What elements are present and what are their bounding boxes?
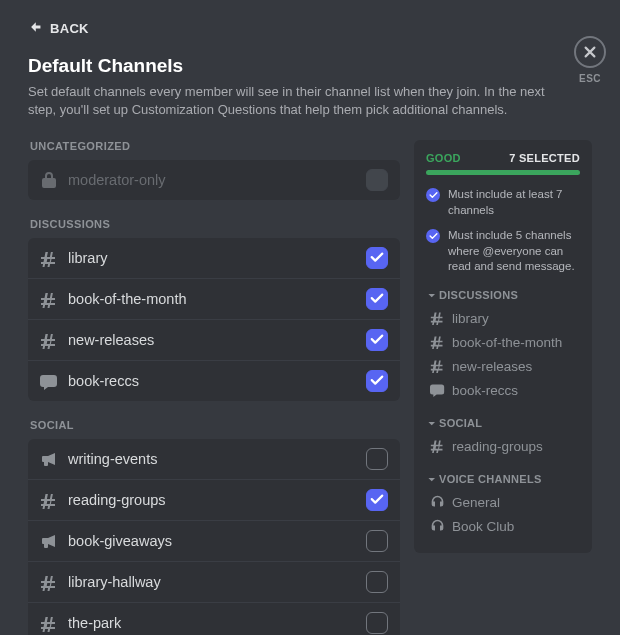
category-label: UNCATEGORIZED — [30, 140, 400, 152]
chevron-down-icon — [426, 473, 435, 485]
hash-icon — [40, 491, 58, 509]
summary-category-label[interactable]: VOICE CHANNELS — [426, 473, 580, 485]
channel-row[interactable]: book-reccs — [28, 361, 400, 401]
check-icon — [426, 188, 440, 202]
summary-selected-count: 7 SELECTED — [509, 152, 580, 164]
channel-list: moderator-only — [28, 160, 400, 200]
chat-icon — [40, 372, 58, 390]
summary-channel-name: General — [452, 495, 500, 510]
category-label: DISCUSSIONS — [30, 218, 400, 230]
back-label: BACK — [50, 21, 89, 36]
voice-icon — [430, 494, 445, 512]
channel-name: library — [68, 250, 356, 266]
channel-checkbox — [366, 169, 388, 191]
channel-name: book-giveaways — [68, 533, 356, 549]
lock-icon — [40, 171, 58, 189]
channel-name: the-park — [68, 615, 356, 631]
summary-channel-name: new-releases — [452, 359, 532, 374]
channel-checkbox[interactable] — [366, 612, 388, 634]
channel-row: moderator-only — [28, 160, 400, 200]
channel-checkbox[interactable] — [366, 530, 388, 552]
summary-channel: new-releases — [426, 355, 580, 379]
summary-channel: General — [426, 491, 580, 515]
requirement-text: Must include 5 channels where @everyone … — [448, 228, 580, 275]
channel-row[interactable]: reading-groups — [28, 480, 400, 521]
channel-checkbox[interactable] — [366, 288, 388, 310]
hash-icon — [40, 290, 58, 308]
summary-channel: library — [426, 307, 580, 331]
channel-row[interactable]: book-of-the-month — [28, 279, 400, 320]
hash-icon — [40, 249, 58, 267]
summary-channel: book-reccs — [426, 379, 580, 403]
megaphone-icon — [40, 532, 58, 550]
summary-channel-name: Book Club — [452, 519, 514, 534]
page-description: Set default channels every member will s… — [28, 83, 548, 118]
close-icon — [574, 36, 606, 68]
channel-name: writing-events — [68, 451, 356, 467]
hash-icon — [430, 334, 445, 352]
check-icon — [426, 229, 440, 243]
channel-list: librarybook-of-the-monthnew-releasesbook… — [28, 238, 400, 401]
channel-row[interactable]: writing-events — [28, 439, 400, 480]
channel-checkbox[interactable] — [366, 370, 388, 392]
hash-icon — [430, 438, 445, 456]
channel-checkbox[interactable] — [366, 247, 388, 269]
summary-channel: Book Club — [426, 515, 580, 539]
summary-status: GOOD — [426, 152, 461, 164]
channel-checkbox[interactable] — [366, 489, 388, 511]
channel-row[interactable]: the-park — [28, 603, 400, 635]
hash-icon — [40, 573, 58, 591]
voice-icon — [430, 518, 445, 536]
chat-icon — [430, 382, 445, 400]
channels-column: UNCATEGORIZEDmoderator-onlyDISCUSSIONSli… — [28, 140, 400, 635]
requirement-text: Must include at least 7 channels — [448, 187, 580, 218]
summary-panel: GOOD 7 SELECTED Must include at least 7 … — [414, 140, 592, 553]
channel-row[interactable]: library-hallway — [28, 562, 400, 603]
esc-label: ESC — [579, 73, 601, 84]
arrow-left-icon — [28, 20, 42, 37]
requirement-item: Must include 5 channels where @everyone … — [426, 228, 580, 275]
summary-category-label[interactable]: SOCIAL — [426, 417, 580, 429]
channel-name: new-releases — [68, 332, 356, 348]
chevron-down-icon — [426, 417, 435, 429]
megaphone-icon — [40, 450, 58, 468]
summary-channel-name: reading-groups — [452, 439, 543, 454]
summary-channel: book-of-the-month — [426, 331, 580, 355]
hash-icon — [430, 358, 445, 376]
summary-channel-name: library — [452, 311, 489, 326]
summary-progress-bar — [426, 170, 580, 175]
hash-icon — [430, 310, 445, 328]
close-button[interactable]: ESC — [574, 36, 606, 84]
channel-name: library-hallway — [68, 574, 356, 590]
category-label: SOCIAL — [30, 419, 400, 431]
channel-row[interactable]: book-giveaways — [28, 521, 400, 562]
summary-channel-name: book-of-the-month — [452, 335, 562, 350]
channel-list: writing-eventsreading-groupsbook-giveawa… — [28, 439, 400, 635]
channel-name: book-of-the-month — [68, 291, 356, 307]
hash-icon — [40, 614, 58, 632]
channel-name: moderator-only — [68, 172, 356, 188]
channel-row[interactable]: library — [28, 238, 400, 279]
requirement-item: Must include at least 7 channels — [426, 187, 580, 218]
page-title: Default Channels — [28, 55, 592, 77]
channel-checkbox[interactable] — [366, 571, 388, 593]
channel-name: book-reccs — [68, 373, 356, 389]
summary-channel: reading-groups — [426, 435, 580, 459]
summary-channel-name: book-reccs — [452, 383, 518, 398]
channel-checkbox[interactable] — [366, 329, 388, 351]
summary-category-label[interactable]: DISCUSSIONS — [426, 289, 580, 301]
hash-icon — [40, 331, 58, 349]
channel-name: reading-groups — [68, 492, 356, 508]
chevron-down-icon — [426, 289, 435, 301]
channel-checkbox[interactable] — [366, 448, 388, 470]
back-button[interactable]: BACK — [28, 20, 89, 37]
channel-row[interactable]: new-releases — [28, 320, 400, 361]
